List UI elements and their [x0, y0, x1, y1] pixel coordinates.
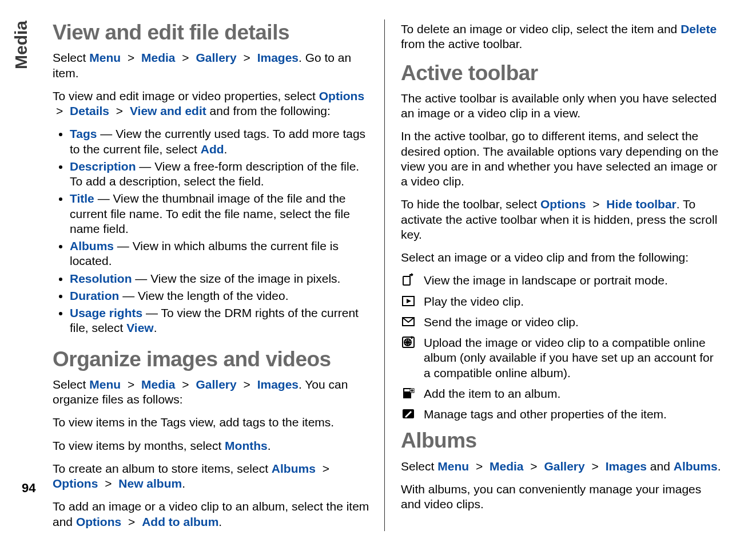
breadcrumb-sep: >	[530, 460, 537, 473]
para-at-1: The active toolbar is available only whe…	[401, 91, 721, 121]
text: .	[218, 515, 222, 528]
nav-details: Details	[70, 104, 109, 117]
para-select-following: Select an image or a video clip and from…	[401, 250, 721, 265]
term-add: Add	[201, 143, 224, 156]
nav-path-albums: Select Menu > Media > Gallery > Images a…	[401, 459, 721, 474]
globe-upload-icon	[401, 335, 416, 349]
term-months: Months	[225, 439, 268, 452]
play-icon	[401, 294, 416, 308]
page: Media View and edit file details Select …	[0, 0, 756, 546]
text: To hide the toolbar, select	[401, 197, 540, 211]
text: Select	[401, 460, 437, 473]
nav-menu: Menu	[89, 378, 121, 391]
left-column: View and edit file details Select Menu >…	[40, 17, 384, 535]
term-description: Description	[70, 160, 136, 173]
breadcrumb-sep: >	[128, 515, 135, 528]
nav-images: Images	[257, 51, 299, 64]
list-item-tags: Tags — View the currently used tags. To …	[70, 126, 373, 157]
text: Manage tags and other properties of the …	[424, 407, 721, 422]
text: from the active toolbar.	[401, 37, 522, 50]
breadcrumb-sep: >	[128, 51, 134, 64]
side-tab-media: Media	[11, 17, 40, 535]
breadcrumb-sep: >	[592, 460, 599, 473]
term-usage-rights: Usage rights	[70, 306, 142, 319]
list-item-title: Title — View the thumbnail image of the …	[70, 191, 373, 236]
toolbar-row-rotate: View the image in landscape or portrait …	[401, 273, 721, 288]
para-albums-desc: With albums, you can conveniently manage…	[401, 482, 721, 512]
para-create-album: To create an album to store items, selec…	[53, 461, 373, 492]
right-column: To delete an image or video clip, select…	[385, 17, 727, 535]
text: Select	[53, 51, 89, 64]
breadcrumb-sep: >	[182, 378, 189, 391]
para-add-to-album: To add an image or a video clip to an al…	[53, 499, 373, 529]
term-new-album: New album	[118, 477, 182, 490]
term-duration: Duration	[70, 289, 119, 302]
text: and	[647, 460, 674, 473]
heading-active-toolbar: Active toolbar	[401, 60, 721, 86]
breadcrumb-sep: >	[592, 197, 599, 211]
text: .	[718, 460, 721, 473]
toolbar-row-edit-tags: Manage tags and other properties of the …	[401, 407, 721, 422]
text: Select	[53, 378, 89, 391]
toolbar-row-play: Play the video clip.	[401, 294, 721, 309]
para-at-2: In the active toolbar, go to different i…	[401, 129, 721, 189]
envelope-icon	[401, 315, 416, 329]
breadcrumb-sep: >	[56, 104, 63, 117]
nav-view-and-edit: View and edit	[130, 104, 206, 117]
term-delete: Delete	[681, 22, 717, 35]
term-tags: Tags	[70, 127, 97, 140]
rotate-icon	[401, 273, 416, 287]
text: To view and edit image or video properti…	[53, 89, 319, 102]
nav-menu: Menu	[437, 460, 469, 473]
term-options: Options	[53, 477, 98, 490]
text: Play the video clip.	[424, 294, 721, 309]
page-number: 94	[22, 481, 35, 496]
nav-media: Media	[141, 51, 176, 64]
term-albums: Albums	[674, 460, 718, 473]
text: .	[154, 321, 157, 334]
toolbar-icon-list: View the image in landscape or portrait …	[401, 273, 721, 422]
heading-organize: Organize images and videos	[53, 346, 373, 373]
breadcrumb-sep: >	[128, 378, 134, 391]
text: To view items by months, select	[53, 439, 225, 452]
text: — View the thumbnail image of the file a…	[70, 192, 350, 235]
breadcrumb-sep: >	[244, 378, 250, 391]
para-months: To view items by months, select Months.	[53, 438, 373, 453]
text: .	[182, 477, 185, 490]
list-item-description: Description — View a free-form descripti…	[70, 159, 373, 189]
text: View the image in landscape or portrait …	[424, 273, 721, 288]
breadcrumb-sep: >	[105, 477, 112, 490]
nav-path-2: To view and edit image or video properti…	[53, 89, 373, 119]
term-hide-toolbar: Hide toolbar	[606, 197, 677, 211]
breadcrumb-sep: >	[476, 460, 483, 473]
svg-marker-2	[407, 299, 411, 303]
nav-media: Media	[141, 378, 176, 391]
nav-images: Images	[257, 378, 299, 391]
heading-albums: Albums	[401, 428, 721, 454]
text: — View the size of the image in pixels.	[132, 272, 341, 285]
text: To create an album to store items, selec…	[53, 462, 272, 475]
list-item-albums: Albums — View in which albums the curren…	[70, 239, 373, 269]
nav-images: Images	[606, 460, 647, 473]
breadcrumb-sep: >	[182, 51, 189, 64]
term-add-to-album: Add to album	[142, 515, 218, 528]
text: — View the length of the video.	[119, 289, 288, 302]
nav-path-3: Select Menu > Media > Gallery > Images. …	[53, 377, 373, 407]
text: Send the image or video clip.	[424, 315, 721, 330]
breadcrumb-sep: >	[244, 51, 250, 64]
list-item-duration: Duration — View the length of the video.	[70, 288, 373, 303]
detail-list: Tags — View the currently used tags. To …	[53, 126, 373, 335]
nav-gallery: Gallery	[196, 51, 236, 64]
nav-options: Options	[319, 89, 364, 102]
text: Upload the image or video clip to a comp…	[424, 335, 721, 381]
text: .	[224, 143, 228, 156]
term-options: Options	[540, 197, 586, 211]
edit-tag-icon	[401, 407, 416, 421]
breadcrumb-sep: >	[323, 462, 329, 475]
nav-gallery: Gallery	[544, 460, 584, 473]
term-albums: Albums	[70, 239, 114, 252]
para-hide-toolbar: To hide the toolbar, select Options > Hi…	[401, 197, 721, 242]
term-view: View	[126, 321, 153, 334]
term-resolution: Resolution	[70, 272, 132, 285]
heading-view-edit: View and edit file details	[53, 19, 373, 46]
